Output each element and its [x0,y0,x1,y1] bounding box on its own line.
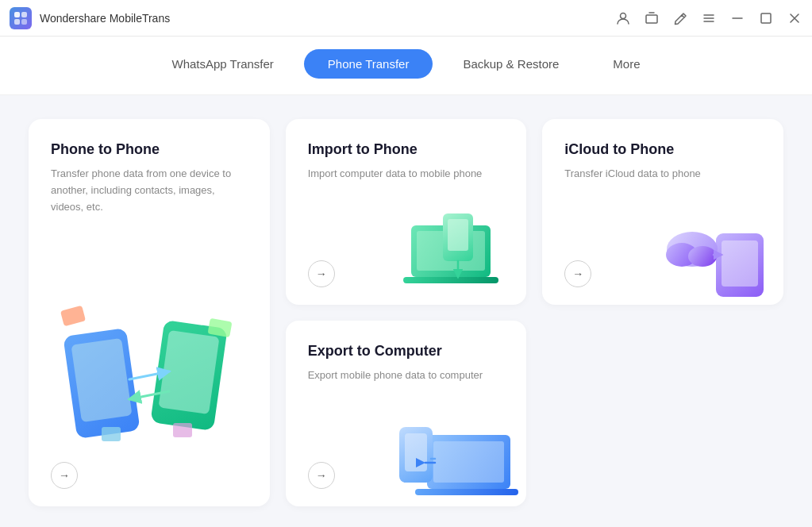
titlebar: Wondershare MobileTrans [0,0,812,37]
svg-rect-29 [405,433,427,471]
export-illustration [395,407,522,502]
card-phone-to-phone-arrow[interactable]: → [51,462,78,489]
app-logo [10,7,32,29]
svg-rect-2 [14,19,20,25]
svg-rect-27 [415,489,518,495]
cards-grid: Phone to Phone Transfer phone data from … [29,119,783,506]
card-export-title: Export to Computer [308,343,505,360]
svg-rect-14 [173,423,192,437]
main-content: Phone to Phone Transfer phone data from … [0,95,812,527]
svg-rect-13 [102,427,121,441]
profile-icon[interactable] [615,10,631,26]
tab-more[interactable]: More [589,49,664,79]
icloud-illustration [656,206,779,301]
svg-rect-1 [21,12,27,17]
card-icloud-to-phone[interactable]: iCloud to Phone Transfer iCloud data to … [542,119,783,305]
close-button[interactable] [787,10,802,26]
svg-rect-8 [71,338,132,422]
svg-rect-5 [646,15,657,23]
window-icon[interactable] [644,10,660,26]
import-illustration [399,202,518,297]
svg-rect-21 [722,240,758,287]
card-phone-to-phone[interactable]: Phone to Phone Transfer phone data from … [29,119,270,506]
maximize-button[interactable] [758,10,774,26]
svg-point-24 [688,246,717,267]
card-phone-to-phone-title: Phone to Phone [51,141,248,158]
card-import-to-phone[interactable]: Import to Phone Import computer data to … [286,119,527,305]
card-export-arrow[interactable]: → [308,462,335,489]
svg-rect-11 [60,306,86,327]
navbar: WhatsApp Transfer Phone Transfer Backup … [0,37,812,95]
menu-icon[interactable] [701,10,717,26]
app-title: Wondershare MobileTrans [40,12,615,25]
card-import-arrow[interactable]: → [308,260,335,287]
tab-backup-restore[interactable]: Backup & Restore [439,49,583,79]
card-icloud-title: iCloud to Phone [564,141,761,158]
svg-rect-19 [448,219,468,251]
svg-rect-17 [403,277,498,283]
card-import-title: Import to Phone [308,141,505,158]
edit-icon[interactable] [672,10,688,26]
phone-to-phone-illustration [54,300,244,459]
window-controls [615,10,802,26]
svg-rect-3 [21,19,27,25]
card-icloud-arrow[interactable]: → [564,260,591,287]
svg-point-4 [621,13,626,18]
tab-whatsapp-transfer[interactable]: WhatsApp Transfer [148,49,297,79]
tab-phone-transfer[interactable]: Phone Transfer [304,49,433,79]
svg-rect-6 [761,13,771,23]
card-export-to-computer[interactable]: Export to Computer Export mobile phone d… [286,321,527,506]
minimize-button[interactable] [729,10,745,26]
svg-rect-26 [433,441,504,483]
svg-rect-0 [14,12,20,17]
